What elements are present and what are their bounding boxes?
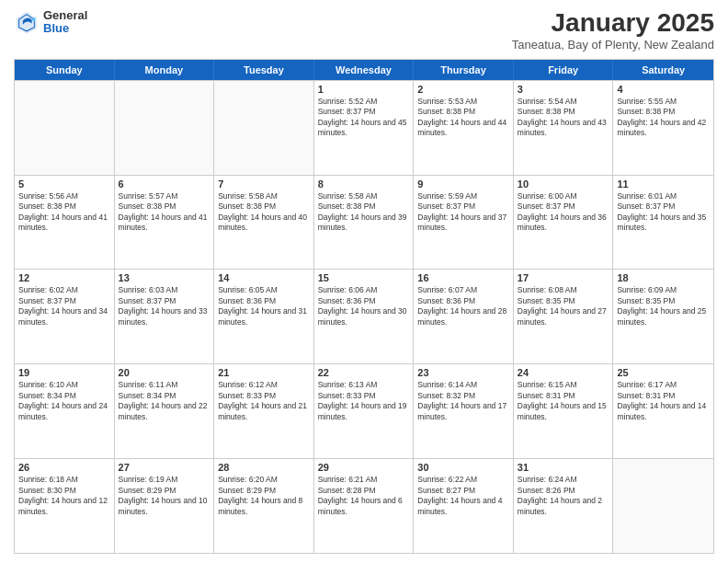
cell-info: Sunrise: 6:15 AM Sunset: 8:31 PM Dayligh… <box>518 380 609 422</box>
logo-icon <box>14 9 40 35</box>
cell-info: Sunrise: 6:18 AM Sunset: 8:30 PM Dayligh… <box>18 475 110 517</box>
month-title: January 2025 <box>512 9 714 38</box>
cal-cell-2-6: 18Sunrise: 6:09 AM Sunset: 8:35 PM Dayli… <box>613 270 713 363</box>
header: General Blue January 2025 Taneatua, Bay … <box>14 9 714 52</box>
cell-info: Sunrise: 6:02 AM Sunset: 8:37 PM Dayligh… <box>18 285 110 327</box>
logo-blue-text: Blue <box>43 22 87 35</box>
cal-cell-3-4: 23Sunrise: 6:14 AM Sunset: 8:32 PM Dayli… <box>414 364 514 458</box>
cell-info: Sunrise: 6:06 AM Sunset: 8:36 PM Dayligh… <box>318 285 410 327</box>
cal-row-2: 12Sunrise: 6:02 AM Sunset: 8:37 PM Dayli… <box>15 269 713 363</box>
day-number: 14 <box>218 272 310 283</box>
day-number: 4 <box>617 84 710 95</box>
day-number: 3 <box>518 84 609 95</box>
day-number: 13 <box>119 272 210 283</box>
cell-info: Sunrise: 6:19 AM Sunset: 8:29 PM Dayligh… <box>119 475 210 517</box>
cal-cell-2-0: 12Sunrise: 6:02 AM Sunset: 8:37 PM Dayli… <box>15 270 115 363</box>
cal-cell-0-4: 2Sunrise: 5:53 AM Sunset: 8:38 PM Daylig… <box>414 81 514 175</box>
cal-cell-2-1: 13Sunrise: 6:03 AM Sunset: 8:37 PM Dayli… <box>115 270 215 363</box>
cal-cell-2-2: 14Sunrise: 6:05 AM Sunset: 8:36 PM Dayli… <box>214 270 314 363</box>
cell-info: Sunrise: 5:57 AM Sunset: 8:38 PM Dayligh… <box>119 191 210 234</box>
cal-cell-0-2 <box>214 81 314 175</box>
day-number: 6 <box>119 178 210 190</box>
cal-cell-1-0: 5Sunrise: 5:56 AM Sunset: 8:38 PM Daylig… <box>15 176 115 270</box>
cal-cell-3-3: 22Sunrise: 6:13 AM Sunset: 8:33 PM Dayli… <box>314 364 415 458</box>
cell-info: Sunrise: 5:58 AM Sunset: 8:38 PM Dayligh… <box>318 191 410 234</box>
logo: General Blue <box>14 9 87 36</box>
cal-cell-4-1: 27Sunrise: 6:19 AM Sunset: 8:29 PM Dayli… <box>115 459 215 553</box>
calendar: Sunday Monday Tuesday Wednesday Thursday… <box>14 59 714 554</box>
cal-cell-1-1: 6Sunrise: 5:57 AM Sunset: 8:38 PM Daylig… <box>115 176 215 270</box>
cell-info: Sunrise: 6:10 AM Sunset: 8:34 PM Dayligh… <box>18 380 110 422</box>
day-number: 21 <box>218 367 310 378</box>
day-number: 26 <box>18 462 110 473</box>
calendar-body: 1Sunrise: 5:52 AM Sunset: 8:37 PM Daylig… <box>15 80 713 553</box>
cal-cell-3-1: 20Sunrise: 6:11 AM Sunset: 8:34 PM Dayli… <box>115 364 215 458</box>
day-number: 20 <box>119 367 210 378</box>
cell-info: Sunrise: 6:22 AM Sunset: 8:27 PM Dayligh… <box>417 475 509 517</box>
page: General Blue January 2025 Taneatua, Bay … <box>0 0 728 563</box>
day-number: 11 <box>617 178 710 190</box>
day-number: 1 <box>318 84 410 95</box>
cal-cell-1-3: 8Sunrise: 5:58 AM Sunset: 8:38 PM Daylig… <box>314 176 415 270</box>
header-saturday: Saturday <box>613 60 713 80</box>
day-number: 25 <box>617 367 710 378</box>
header-thursday: Thursday <box>414 60 514 80</box>
cell-info: Sunrise: 6:09 AM Sunset: 8:35 PM Dayligh… <box>617 285 710 327</box>
cal-cell-0-3: 1Sunrise: 5:52 AM Sunset: 8:37 PM Daylig… <box>314 81 415 175</box>
day-number: 31 <box>518 462 609 473</box>
day-number: 7 <box>218 178 310 190</box>
day-number: 18 <box>617 272 710 283</box>
cell-info: Sunrise: 6:21 AM Sunset: 8:28 PM Dayligh… <box>318 475 410 517</box>
header-monday: Monday <box>115 60 215 80</box>
cell-info: Sunrise: 6:11 AM Sunset: 8:34 PM Dayligh… <box>119 380 210 422</box>
cell-info: Sunrise: 5:56 AM Sunset: 8:38 PM Dayligh… <box>18 191 110 234</box>
cal-cell-4-0: 26Sunrise: 6:18 AM Sunset: 8:30 PM Dayli… <box>15 459 115 553</box>
location-subtitle: Taneatua, Bay of Plenty, New Zealand <box>512 38 714 52</box>
day-number: 22 <box>318 367 410 378</box>
day-number: 2 <box>417 84 509 95</box>
header-friday: Friday <box>514 60 614 80</box>
cell-info: Sunrise: 6:03 AM Sunset: 8:37 PM Dayligh… <box>119 285 210 327</box>
cal-cell-0-0 <box>15 81 115 175</box>
header-wednesday: Wednesday <box>314 60 415 80</box>
cal-cell-1-6: 11Sunrise: 6:01 AM Sunset: 8:37 PM Dayli… <box>613 176 713 270</box>
cal-cell-4-6 <box>613 459 713 553</box>
cell-info: Sunrise: 6:05 AM Sunset: 8:36 PM Dayligh… <box>218 285 310 327</box>
cal-cell-4-2: 28Sunrise: 6:20 AM Sunset: 8:29 PM Dayli… <box>214 459 314 553</box>
cal-row-3: 19Sunrise: 6:10 AM Sunset: 8:34 PM Dayli… <box>15 363 713 458</box>
cal-row-4: 26Sunrise: 6:18 AM Sunset: 8:30 PM Dayli… <box>15 458 713 553</box>
cell-info: Sunrise: 5:59 AM Sunset: 8:37 PM Dayligh… <box>417 191 509 234</box>
cal-cell-4-3: 29Sunrise: 6:21 AM Sunset: 8:28 PM Dayli… <box>314 459 415 553</box>
cal-cell-0-6: 4Sunrise: 5:55 AM Sunset: 8:38 PM Daylig… <box>613 81 713 175</box>
cal-cell-1-4: 9Sunrise: 5:59 AM Sunset: 8:37 PM Daylig… <box>414 176 514 270</box>
cal-cell-4-5: 31Sunrise: 6:24 AM Sunset: 8:26 PM Dayli… <box>514 459 614 553</box>
cell-info: Sunrise: 6:00 AM Sunset: 8:37 PM Dayligh… <box>518 191 609 234</box>
cell-info: Sunrise: 6:01 AM Sunset: 8:37 PM Dayligh… <box>617 191 710 234</box>
cell-info: Sunrise: 6:12 AM Sunset: 8:33 PM Dayligh… <box>218 380 310 422</box>
cal-row-0: 1Sunrise: 5:52 AM Sunset: 8:37 PM Daylig… <box>15 80 713 175</box>
cell-info: Sunrise: 5:54 AM Sunset: 8:38 PM Dayligh… <box>518 97 609 139</box>
cal-cell-1-5: 10Sunrise: 6:00 AM Sunset: 8:37 PM Dayli… <box>514 176 614 270</box>
cal-cell-1-2: 7Sunrise: 5:58 AM Sunset: 8:38 PM Daylig… <box>214 176 314 270</box>
cell-info: Sunrise: 6:20 AM Sunset: 8:29 PM Dayligh… <box>218 475 310 517</box>
day-number: 10 <box>518 178 609 190</box>
calendar-header: Sunday Monday Tuesday Wednesday Thursday… <box>15 60 713 80</box>
cell-info: Sunrise: 6:17 AM Sunset: 8:31 PM Dayligh… <box>617 380 710 422</box>
day-number: 28 <box>218 462 310 473</box>
logo-text: General Blue <box>43 9 87 36</box>
cal-cell-4-4: 30Sunrise: 6:22 AM Sunset: 8:27 PM Dayli… <box>414 459 514 553</box>
cell-info: Sunrise: 6:24 AM Sunset: 8:26 PM Dayligh… <box>518 475 609 517</box>
cal-cell-0-5: 3Sunrise: 5:54 AM Sunset: 8:38 PM Daylig… <box>514 81 614 175</box>
svg-marker-0 <box>17 12 37 34</box>
cell-info: Sunrise: 6:08 AM Sunset: 8:35 PM Dayligh… <box>518 285 609 327</box>
header-tuesday: Tuesday <box>214 60 314 80</box>
cal-row-1: 5Sunrise: 5:56 AM Sunset: 8:38 PM Daylig… <box>15 175 713 270</box>
day-number: 24 <box>518 367 609 378</box>
cell-info: Sunrise: 5:52 AM Sunset: 8:37 PM Dayligh… <box>318 97 410 139</box>
logo-general-text: General <box>43 9 87 22</box>
cal-cell-3-0: 19Sunrise: 6:10 AM Sunset: 8:34 PM Dayli… <box>15 364 115 458</box>
cell-info: Sunrise: 5:53 AM Sunset: 8:38 PM Dayligh… <box>417 97 509 139</box>
day-number: 17 <box>518 272 609 283</box>
cell-info: Sunrise: 5:55 AM Sunset: 8:38 PM Dayligh… <box>617 97 710 139</box>
day-number: 23 <box>417 367 509 378</box>
